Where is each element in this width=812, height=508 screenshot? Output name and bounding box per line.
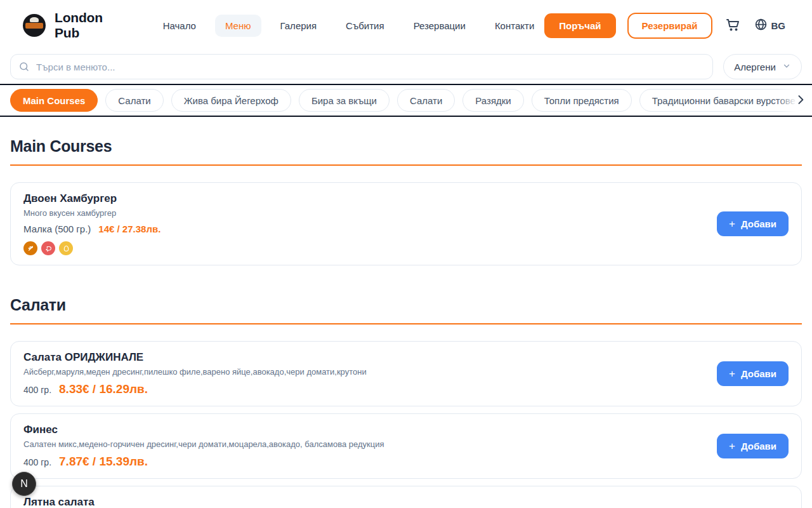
nav-item[interactable]: Начало (153, 15, 206, 37)
category-tabs: Main CoursesСалатиЖива бира ЙегерхофБира… (0, 85, 812, 116)
gluten-allergen-icon (23, 241, 37, 255)
add-to-cart-button[interactable]: + Добави (717, 434, 789, 458)
add-to-cart-button[interactable]: + Добави (717, 361, 789, 386)
menu-item-card: Двоен Хамбургер Много вкусен хамбургер М… (10, 182, 802, 265)
cart-icon (725, 17, 740, 34)
section-cards: Двоен Хамбургер Много вкусен хамбургер М… (10, 182, 802, 265)
header: London Pub НачалоМенюГалерияСъбитияРезер… (0, 0, 812, 51)
item-price: 8.33€ / 16.29лв. (59, 382, 148, 396)
main-nav: НачалоМенюГалерияСъбитияРезервацииКонтак… (153, 15, 545, 37)
nav-item[interactable]: Галерия (270, 15, 327, 37)
search-icon (18, 61, 30, 75)
crustacean-allergen-icon (41, 241, 55, 255)
section-title: Салати (10, 296, 802, 314)
allergens-dropdown[interactable]: Алергени (723, 54, 802, 79)
item-price: 7.87€ / 15.39лв. (59, 455, 148, 469)
section-title: Main Courses (10, 137, 802, 156)
logo-icon (23, 14, 46, 37)
item-description: Айсберг,маруля,меден дресинг,пилешко фил… (23, 367, 717, 377)
search-row: Алергени (0, 51, 812, 84)
plus-icon: + (729, 368, 735, 379)
item-priceline: Малка (500 гр.) 14€ / 27.38лв. (23, 224, 717, 234)
item-description: Салатен микс,медено-горчичен дресинг,чер… (23, 439, 717, 449)
nav-item[interactable]: Резервации (403, 15, 476, 37)
item-priceline: 400 гр. 7.87€ / 15.39лв. (23, 455, 717, 469)
menu-content: Main Courses Двоен Хамбургер Много вкусе… (0, 137, 812, 508)
allergens-dropdown-label: Алергени (734, 62, 776, 72)
reserve-button[interactable]: Резервирай (627, 13, 712, 39)
add-to-cart-label: Добави (741, 368, 776, 379)
brand[interactable]: London Pub (23, 10, 103, 41)
menu-item-info: Финес Салатен микс,медено-горчичен дреси… (23, 424, 717, 469)
search-input[interactable] (10, 54, 713, 79)
add-to-cart-label: Добави (741, 441, 776, 451)
tabs-scroll-right-button[interactable] (776, 86, 812, 114)
section-cards: Салата ОРИДЖИНАЛЕ Айсберг,маруля,меден д… (10, 341, 802, 508)
chevron-right-icon (794, 93, 807, 108)
item-size: 400 гр. (23, 385, 51, 395)
nav-item[interactable]: Събития (336, 15, 395, 37)
header-actions: Поръчай Резервирай BG (544, 13, 787, 39)
menu-item-card: Финес Салатен микс,медено-горчичен дреси… (10, 413, 802, 479)
dev-badge[interactable]: N (12, 472, 36, 496)
category-tab[interactable]: Жива бира Йегерхоф (171, 89, 291, 112)
menu-section: Main Courses Двоен Хамбургер Много вкусе… (10, 137, 802, 265)
item-name: Салата ОРИДЖИНАЛЕ (23, 351, 717, 364)
add-to-cart-button[interactable]: + Добави (717, 211, 789, 236)
menu-item-info: Двоен Хамбургер Много вкусен хамбургер М… (23, 192, 717, 255)
item-price: 14€ / 27.38лв. (98, 224, 160, 234)
category-tab[interactable]: Разядки (462, 89, 523, 112)
order-button[interactable]: Поръчай (544, 13, 615, 38)
menu-item-card: Лятна салата (10, 486, 802, 508)
add-to-cart-label: Добави (741, 218, 776, 229)
plus-icon: + (729, 441, 735, 451)
category-tabbar: Main CoursesСалатиЖива бира ЙегерхофБира… (0, 84, 812, 117)
menu-item-info: Лятна салата (23, 496, 789, 508)
section-underline (10, 164, 802, 166)
language-switcher[interactable]: BG (753, 17, 787, 34)
section-underline (10, 323, 802, 324)
category-tab[interactable]: Main Courses (10, 89, 98, 112)
item-name: Финес (23, 424, 717, 436)
category-tab[interactable]: Топли предястия (532, 89, 632, 112)
item-name: Лятна салата (23, 496, 789, 508)
item-description: Много вкусен хамбургер (23, 208, 717, 218)
cart-button[interactable] (724, 16, 742, 36)
item-size: Малка (500 гр.) (23, 224, 91, 234)
plus-icon: + (729, 218, 735, 229)
item-name: Двоен Хамбургер (23, 192, 717, 205)
brand-name: London Pub (55, 10, 103, 41)
egg-allergen-icon (59, 241, 73, 255)
allergen-icons (23, 241, 717, 255)
globe-icon (754, 18, 768, 33)
category-tab[interactable]: Бира за вкъщи (299, 89, 390, 112)
item-size: 400 гр. (23, 457, 51, 467)
nav-item[interactable]: Контакти (485, 15, 544, 37)
language-label: BG (771, 20, 786, 31)
menu-item-card: Салата ОРИДЖИНАЛЕ Айсберг,маруля,меден д… (10, 341, 802, 406)
category-tab[interactable]: Салати (397, 89, 455, 112)
item-priceline: 400 гр. 8.33€ / 16.29лв. (23, 382, 717, 396)
nav-item[interactable]: Меню (215, 15, 261, 37)
menu-section: Салати Салата ОРИДЖИНАЛЕ Айсберг,маруля,… (10, 296, 802, 508)
menu-item-info: Салата ОРИДЖИНАЛЕ Айсберг,маруля,меден д… (23, 351, 717, 396)
chevron-down-icon (782, 62, 791, 72)
category-tab[interactable]: Салати (105, 89, 163, 112)
search-box (10, 54, 713, 79)
